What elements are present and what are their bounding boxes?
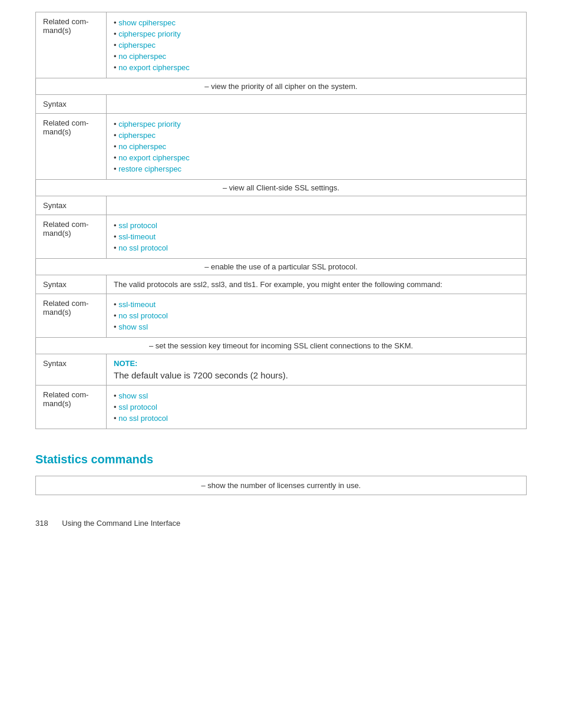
- description-cell: – view the priority of all cipher on the…: [36, 78, 527, 95]
- label-cell-4: Related com-mand(s): [36, 294, 107, 338]
- list-item: ssl-timeout: [114, 231, 519, 242]
- link-no-export-cipherspec-2[interactable]: no export cipherspec: [118, 153, 190, 162]
- main-commands-table: Related com-mand(s) show cpiherspec ciph…: [35, 12, 527, 429]
- label-cell-5: Related com-mand(s): [36, 386, 107, 429]
- label-cell-syntax-1: Syntax: [36, 95, 107, 114]
- section-heading: Statistics commands: [35, 453, 527, 466]
- label-cell-2: Related com-mand(s): [36, 114, 107, 180]
- description-cell-4: – set the session key timeout for incomi…: [36, 338, 527, 354]
- link-no-ssl-protocol-1[interactable]: no ssl protocol: [118, 243, 168, 252]
- link-show-ssl-1[interactable]: show ssl: [118, 322, 148, 331]
- page-number: 318: [35, 519, 48, 528]
- description-cell-3: – enable the use of a particular SSL pro…: [36, 259, 527, 275]
- note-text: The default value is 7200 seconds (2 hou…: [114, 370, 519, 380]
- list-item: no ssl protocol: [114, 413, 519, 424]
- cmd-list-4: ssl-timeout no ssl protocol show ssl: [114, 299, 519, 332]
- table-row: Related com-mand(s) show cpiherspec ciph…: [36, 12, 527, 78]
- cmd-list-2: cipherspec priority cipherspec no cipher…: [114, 118, 519, 174]
- table-row-syntax-3: Syntax The valid protocols are ssl2, ssl…: [36, 275, 527, 294]
- table-row-4: Related com-mand(s) ssl-timeout no ssl p…: [36, 294, 527, 338]
- list-item: no export cipherspec: [114, 152, 519, 163]
- link-ssl-protocol-2[interactable]: ssl protocol: [118, 403, 157, 411]
- link-cipherspec-2[interactable]: cipherspec: [118, 131, 156, 140]
- link-cipherspec-priority-2[interactable]: cipherspec priority: [118, 120, 181, 129]
- list-item: no cipherspec: [114, 141, 519, 152]
- table-row: Related com-mand(s) cipherspec priority …: [36, 114, 527, 180]
- link-cipherspec-priority-1[interactable]: cipherspec priority: [118, 29, 181, 38]
- list-item: no cipherspec: [114, 51, 519, 62]
- link-cipherspec-1[interactable]: cipherspec: [118, 41, 156, 50]
- table-row-syntax-2: Syntax: [36, 196, 527, 215]
- page-footer: 318 Using the Command Line Interface: [35, 519, 527, 528]
- link-ssl-protocol-1[interactable]: ssl protocol: [118, 221, 157, 230]
- content-cell-syntax-note: NOTE: The default value is 7200 seconds …: [107, 354, 527, 386]
- list-item: ssl protocol: [114, 401, 519, 413]
- content-cell-syntax-2: [107, 196, 527, 215]
- list-item: show cpiherspec: [114, 17, 519, 28]
- table-row-syntax-note: Syntax NOTE: The default value is 7200 s…: [36, 354, 527, 386]
- label-cell-syntax-note: Syntax: [36, 354, 107, 386]
- list-item: cipherspec: [114, 39, 519, 51]
- list-item: ssl protocol: [114, 220, 519, 231]
- note-label: NOTE:: [114, 359, 519, 368]
- content-cell: show cpiherspec cipherspec priority ciph…: [107, 12, 527, 78]
- statistics-table: – show the number of licenses currently …: [35, 476, 527, 495]
- list-item: cipherspec priority: [114, 118, 519, 130]
- link-no-ssl-protocol-2[interactable]: no ssl protocol: [118, 311, 168, 320]
- list-item: show ssl: [114, 390, 519, 401]
- list-item: no ssl protocol: [114, 242, 519, 253]
- link-no-export-cipherspec-1[interactable]: no export cipherspec: [118, 63, 190, 72]
- label-cell-syntax-2: Syntax: [36, 196, 107, 215]
- footer-text: Using the Command Line Interface: [62, 519, 180, 528]
- table-row-syntax: Syntax: [36, 95, 527, 114]
- cmd-list-5: show ssl ssl protocol no ssl protocol: [114, 390, 519, 424]
- table-row-description: – view the priority of all cipher on the…: [36, 78, 527, 95]
- table-row-description-4: – set the session key timeout for incomi…: [36, 338, 527, 354]
- table-row-description-2: – view all Client-side SSL settings.: [36, 180, 527, 196]
- stats-description-cell: – show the number of licenses currently …: [36, 476, 527, 495]
- list-item: cipherspec: [114, 130, 519, 141]
- content-cell-syntax-1: [107, 95, 527, 114]
- content-cell-4: ssl-timeout no ssl protocol show ssl: [107, 294, 527, 338]
- label-cell-syntax-3: Syntax: [36, 275, 107, 294]
- link-ssl-timeout-2[interactable]: ssl-timeout: [118, 300, 156, 309]
- description-cell-2: – view all Client-side SSL settings.: [36, 180, 527, 196]
- link-show-cpiherspec[interactable]: show cpiherspec: [118, 18, 176, 27]
- table-row-3: Related com-mand(s) ssl protocol ssl-tim…: [36, 215, 527, 259]
- cmd-list: show cpiherspec cipherspec priority ciph…: [114, 17, 519, 73]
- cmd-list-3: ssl protocol ssl-timeout no ssl protocol: [114, 220, 519, 253]
- link-ssl-timeout-1[interactable]: ssl-timeout: [118, 232, 156, 241]
- list-item: cipherspec priority: [114, 28, 519, 39]
- content-cell-5: show ssl ssl protocol no ssl protocol: [107, 386, 527, 429]
- content-cell-syntax-3: The valid protocols are ssl2, ssl3, and …: [107, 275, 527, 294]
- table-row-5: Related com-mand(s) show ssl ssl protoco…: [36, 386, 527, 429]
- label-cell: Related com-mand(s): [36, 12, 107, 78]
- list-item: no ssl protocol: [114, 310, 519, 321]
- list-item: ssl-timeout: [114, 299, 519, 310]
- list-item: show ssl: [114, 321, 519, 332]
- list-item: no export cipherspec: [114, 62, 519, 73]
- link-no-ssl-protocol-3[interactable]: no ssl protocol: [118, 414, 168, 423]
- link-no-cipherspec-2[interactable]: no cipherspec: [118, 142, 166, 151]
- table-row-stats: – show the number of licenses currently …: [36, 476, 527, 495]
- link-restore-cipherspec[interactable]: restore cipherspec: [118, 164, 181, 173]
- link-show-ssl-2[interactable]: show ssl: [118, 391, 148, 400]
- content-cell-3: ssl protocol ssl-timeout no ssl protocol: [107, 215, 527, 259]
- table-row-description-3: – enable the use of a particular SSL pro…: [36, 259, 527, 275]
- label-cell-3: Related com-mand(s): [36, 215, 107, 259]
- list-item: restore cipherspec: [114, 163, 519, 174]
- link-no-cipherspec-1[interactable]: no cipherspec: [118, 52, 166, 61]
- content-cell-2: cipherspec priority cipherspec no cipher…: [107, 114, 527, 180]
